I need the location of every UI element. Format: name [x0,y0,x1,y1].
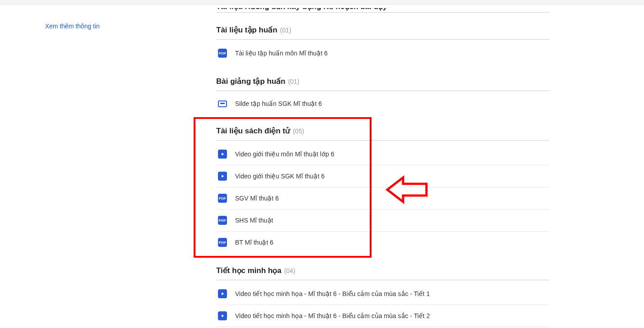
topbar [0,0,644,5]
video-icon [218,289,227,298]
item-label: SGV Mĩ thuật 6 [235,195,279,202]
section-title: Tiết học minh họa [216,266,281,275]
section-header: Tiết học minh họa(04) [216,266,549,280]
list-item[interactable]: Video giới thiệu SGK Mĩ thuật 6 [216,165,549,187]
list-item[interactable]: PDFBT Mĩ thuật 6 [216,232,549,253]
item-label: Video giới thiệu SGK Mĩ thuật 6 [235,173,325,180]
section: Tài liệu tập huấn(01)PDFTài liệu tập huấ… [216,25,549,64]
section-count: (01) [288,78,299,85]
section-header: Bài giảng tập huấn(01) [216,77,549,91]
item-label: Tài liệu tập huấn môn Mĩ thuật 6 [235,50,328,57]
list-item[interactable]: PDFSGV Mĩ thuật 6 [216,187,549,210]
section-title: Bài giảng tập huấn [216,77,286,86]
list-item[interactable]: PDFSHS Mĩ thuật [216,210,549,232]
video-icon [218,311,227,320]
video-icon [218,150,227,159]
pdf-icon: PDF [218,194,227,203]
section-title: Tài liệu Hướng dẫn xây dựng Kế hoạch bài… [216,8,387,11]
main-content: Tài liệu Hướng dẫn xây dựng Kế hoạch bài… [216,8,549,328]
section: Tiết học minh họa(04)Video tiết học minh… [216,266,549,328]
list-item[interactable]: Video tiết học minh họa - Mĩ thuật 6 - B… [216,283,549,305]
item-label: Silde tập huấn SGK Mĩ thuật 6 [235,100,322,107]
section-count: (04) [284,267,295,274]
item-label: SHS Mĩ thuật [235,217,273,224]
page: Xem thêm thông tin Tài liệu Hướng dẫn xâ… [0,8,644,328]
section-header: Tài liệu sách điện tử(05) [216,126,549,141]
section: Tài liệu sách điện tử(05)Video giới thiệ… [216,126,549,253]
section: Bài giảng tập huấn(01)Silde tập huấn SGK… [216,77,549,114]
item-label: Video tiết học minh họa - Mĩ thuật 6 - B… [235,290,430,297]
section-title: Tài liệu sách điện tử [216,126,290,136]
pdf-icon: PDF [218,49,227,58]
pdf-icon: PDF [218,238,227,247]
item-label: BT Mĩ thuật 6 [235,239,273,246]
video-icon [218,172,227,181]
more-info-link[interactable]: Xem thêm thông tin [45,23,100,30]
section-count: (01) [280,27,291,34]
section-header: Tài liệu tập huấn(01) [216,25,549,40]
pdf-icon: PDF [218,216,227,225]
list-item[interactable]: Video giới thiệu môn Mĩ thuật lớp 6 [216,143,549,165]
list-item[interactable]: Video tiết học minh họa - Mĩ thuật 6 - B… [216,305,549,327]
item-label: Video tiết học minh họa - Mĩ thuật 6 - B… [235,312,430,319]
section-title: Tài liệu tập huấn [216,25,277,35]
slide-icon [218,100,227,107]
list-item[interactable]: Silde tập huấn SGK Mĩ thuật 6 [216,94,549,114]
item-label: Video giới thiệu môn Mĩ thuật lớp 6 [235,150,334,158]
section-count: (05) [293,128,304,135]
list-item[interactable]: PDFTài liệu tập huấn môn Mĩ thuật 6 [216,42,549,64]
section-header: Tài liệu Hướng dẫn xây dựng Kế hoạch bài… [216,8,549,13]
sidebar: Xem thêm thông tin [45,8,162,328]
